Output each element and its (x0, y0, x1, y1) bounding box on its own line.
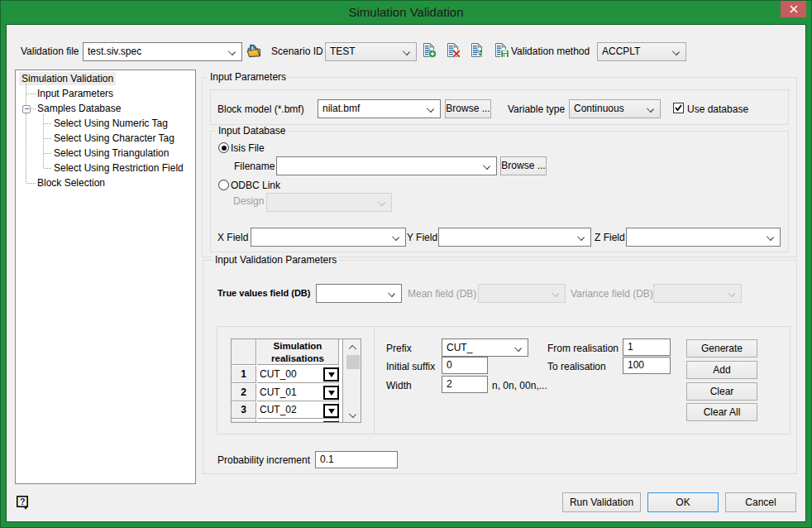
svg-text:?: ? (20, 497, 25, 506)
